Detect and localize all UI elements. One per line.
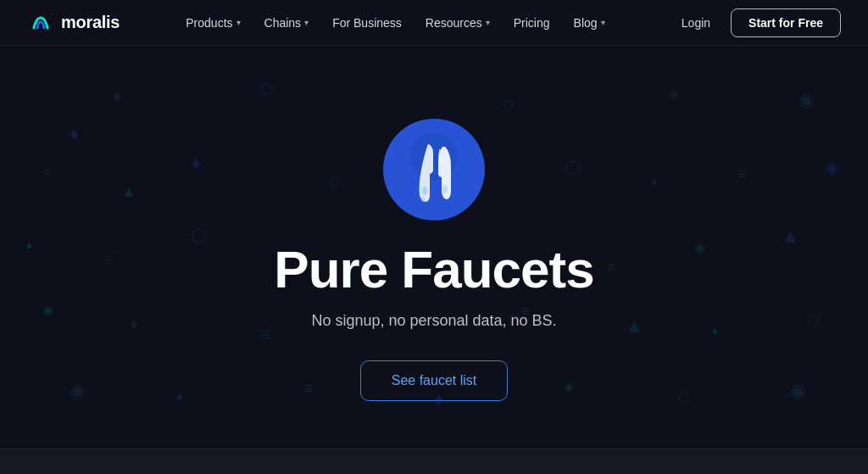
bg-crypto-icon: ⬡ <box>565 157 581 179</box>
nav-chains[interactable]: Chains ▾ <box>254 11 320 35</box>
bg-crypto-icon: ≡ <box>303 380 313 398</box>
hero-subtitle: No signup, no personal data, no BS. <box>311 312 556 330</box>
bg-crypto-icon: ♦ <box>712 324 718 337</box>
bg-crypto-icon: ⬡ <box>807 311 821 330</box>
see-faucet-list-button[interactable]: See faucet list <box>360 360 509 401</box>
nav-pricing[interactable]: Pricing <box>504 11 560 35</box>
hero-title: Pure Faucets <box>274 241 593 298</box>
logo-text: moralis <box>61 13 120 32</box>
bottom-bar <box>0 449 868 474</box>
bg-crypto-icon: ♦ <box>26 238 32 252</box>
bg-crypto-icon: ≡ <box>43 165 50 179</box>
bg-crypto-icon: ≡ <box>260 324 271 346</box>
start-for-free-button[interactable]: Start for Free <box>731 8 841 37</box>
logo[interactable]: moralis <box>27 9 120 36</box>
faucet-illustration <box>383 119 485 220</box>
chevron-down-icon: ▾ <box>486 18 490 27</box>
bg-crypto-icon: ◉ <box>43 303 53 316</box>
faucet-svg <box>396 131 472 208</box>
bg-crypto-icon: ◉ <box>798 89 815 111</box>
bg-crypto-icon: ⬡ <box>677 388 691 407</box>
navbar: moralis Products ▾ Chains ▾ For Business… <box>0 0 868 46</box>
bg-crypto-icon: ⬡ <box>260 80 274 98</box>
nav-right: Login Start for Free <box>671 8 841 37</box>
bg-crypto-icon: ◈ <box>668 84 680 103</box>
svg-point-3 <box>421 197 425 202</box>
bg-crypto-icon: ◈ <box>565 380 574 393</box>
faucet-circle <box>383 119 485 220</box>
bg-crypto-icon: ▲ <box>121 183 136 201</box>
bg-crypto-icon: ◉ <box>790 380 806 402</box>
nav-links: Products ▾ Chains ▾ For Business Resourc… <box>175 11 615 35</box>
bg-crypto-icon: ♦ <box>191 153 200 175</box>
bg-crypto-icon: ▲ <box>174 388 186 402</box>
bg-crypto-icon: ▲ <box>625 315 643 337</box>
chevron-down-icon: ▾ <box>304 18 309 27</box>
bg-crypto-icon: ♦ <box>70 123 79 145</box>
bg-crypto-icon: ≡ <box>608 260 615 274</box>
nav-products[interactable]: Products ▾ <box>175 11 250 35</box>
nav-blog[interactable]: Blog ▾ <box>564 11 615 35</box>
login-button[interactable]: Login <box>671 11 721 35</box>
chevron-down-icon: ▾ <box>236 18 241 27</box>
bg-crypto-icon: ◈ <box>113 89 122 103</box>
bg-crypto-icon: ⬡ <box>504 98 514 111</box>
bg-crypto-icon: ◉ <box>70 380 86 402</box>
hero-section: ◈⬡♦⬡◈◉≡▲♦⬡◉⬡♦≡◈♦≡⬡≡◈▲◉♦≡◈≡▲♦⬡◉▲≡♦◈⬡◉ Pur… <box>0 46 868 474</box>
chevron-down-icon: ▾ <box>601 18 605 27</box>
nav-for-business[interactable]: For Business <box>322 11 412 35</box>
nav-resources[interactable]: Resources ▾ <box>415 11 500 35</box>
bg-crypto-icon: ♦ <box>651 175 657 188</box>
svg-point-2 <box>422 187 427 195</box>
moralis-logo-icon <box>27 9 54 36</box>
bg-crypto-icon: ≡ <box>737 165 747 183</box>
bg-crypto-icon: ◈ <box>825 157 839 179</box>
bg-crypto-icon: ◈ <box>694 238 706 257</box>
bg-crypto-icon: ♦ <box>131 315 138 333</box>
bg-crypto-icon: ⬡ <box>191 226 207 248</box>
bg-crypto-icon: ⬡ <box>330 175 340 188</box>
svg-point-4 <box>442 185 448 193</box>
bg-crypto-icon: ≡ <box>104 251 114 269</box>
bg-crypto-icon: ▲ <box>782 226 800 248</box>
